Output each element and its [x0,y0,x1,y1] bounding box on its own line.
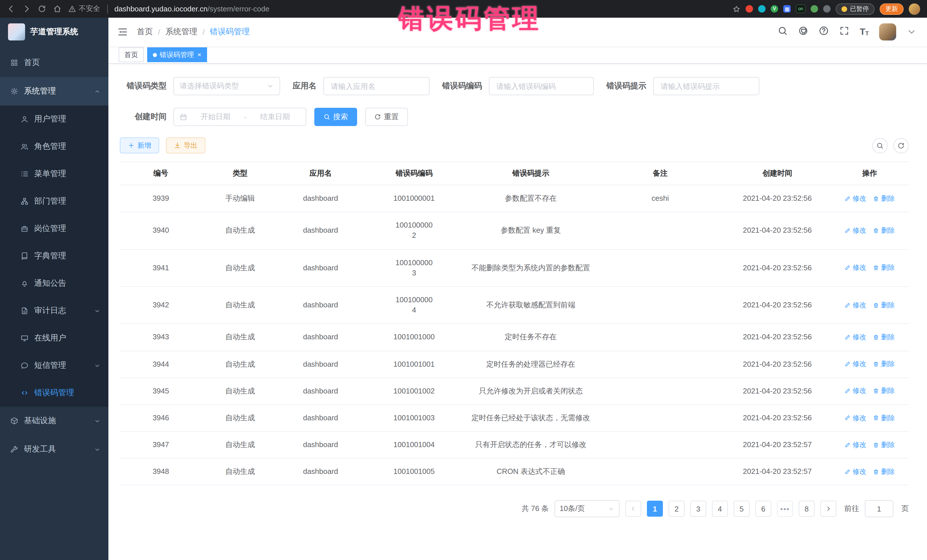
sidebar-item-error-code[interactable]: 错误码管理 [0,379,108,407]
close-icon[interactable]: × [198,51,201,58]
fullscreen-icon[interactable] [839,26,849,38]
edit-link[interactable]: 修改 [845,467,866,477]
delete-link[interactable]: 删除 [873,332,895,342]
address-bar[interactable]: dashboard.yudao.iocoder.cn/system/error-… [114,5,269,13]
browser-home-icon[interactable] [53,5,62,13]
start-date-placeholder[interactable]: 开始日期 [190,112,241,122]
delete-link[interactable]: 删除 [873,413,895,423]
toggle-search-button[interactable] [872,138,887,153]
tag-home[interactable]: 首页 [119,47,144,62]
delete-link[interactable]: 删除 [873,194,895,203]
browser-forward-icon[interactable] [22,5,31,13]
delete-link[interactable]: 删除 [873,386,895,396]
tag-label: 首页 [125,50,138,59]
sidebar-item-dict-book[interactable]: 字典管理 [0,242,108,270]
error-hint-input[interactable] [653,77,759,95]
edit-link[interactable]: 修改 [845,332,866,342]
browser-reload-icon[interactable] [38,5,46,13]
edit-link[interactable]: 修改 [845,194,866,203]
page-button-5[interactable]: 5 [734,501,749,517]
avatar-caret-down-icon[interactable] [906,27,917,37]
font-size-icon[interactable]: TT [860,27,869,36]
sidebar-item-infra-box[interactable]: 基础设施 [0,407,108,435]
security-indicator[interactable]: 不安全 [68,4,100,14]
ext-leaf-icon[interactable] [811,5,818,12]
sidebar-item-sms-chat[interactable]: 短信管理 [0,352,108,379]
sidebar-item-users[interactable]: 角色管理 [0,133,108,160]
github-icon[interactable] [798,26,808,38]
tag-error-code[interactable]: 错误码管理× [147,47,207,62]
col-created: 创建时间 [724,162,831,185]
refresh-table-button[interactable] [894,138,909,153]
update-button[interactable]: 更新 [880,3,904,15]
prev-page-button[interactable] [625,501,641,517]
sidebar-item-post-badge[interactable]: 岗位管理 [0,215,108,242]
edit-link[interactable]: 修改 [845,359,866,369]
sidebar-item-dashboard[interactable]: 首页 [0,49,108,77]
edit-link[interactable]: 修改 [845,413,866,423]
page-button-4[interactable]: 4 [712,501,728,517]
paused-button[interactable]: 已暂停 [836,3,874,15]
header-search-icon[interactable] [778,26,788,38]
delete-link[interactable]: 删除 [873,263,895,273]
ext-drop-icon[interactable] [758,5,766,12]
sidebar-item-gear[interactable]: 系统管理 [0,77,108,106]
cell-hint: 定时任务已经处于该状态，无需修改 [465,405,596,431]
page-button-2[interactable]: 2 [669,501,685,517]
page-size-select[interactable]: 10条/页 [555,501,620,518]
edit-link[interactable]: 修改 [845,226,866,235]
ext-pin-icon[interactable] [823,5,831,12]
user-avatar[interactable] [879,23,896,41]
error-code-input[interactable] [489,77,594,95]
search-button[interactable]: 搜索 [314,108,357,126]
browser-back-icon[interactable] [7,5,15,13]
edit-link[interactable]: 修改 [845,263,866,273]
breadcrumb-home[interactable]: 首页 [137,27,153,37]
col-remark: 备注 [596,162,724,185]
edit-link[interactable]: 修改 [845,440,866,450]
page-more-button[interactable]: ••• [777,501,793,517]
app-name-input[interactable] [324,77,430,95]
sidebar-item-log-doc[interactable]: 审计日志 [0,297,108,325]
sidebar-fold-icon[interactable] [108,27,137,37]
sidebar-item-notice-bell[interactable]: 通知公告 [0,270,108,297]
edit-link[interactable]: 修改 [845,386,866,396]
page-button-1[interactable]: 1 [647,501,663,517]
ext-record-icon[interactable] [746,5,753,12]
bookmark-star-icon[interactable] [732,5,740,13]
delete-link[interactable]: 删除 [873,440,895,450]
ext-grid-icon[interactable]: ▦ [783,5,791,12]
browser-profile-avatar[interactable] [909,3,920,15]
page-button-8[interactable]: 8 [799,501,815,517]
chevron-right-icon [825,505,832,512]
delete-link[interactable]: 删除 [873,226,895,235]
cell-type: 手动编辑 [202,185,278,212]
delete-link[interactable]: 删除 [873,359,895,369]
next-page-button[interactable] [820,501,836,517]
cell-actions: 修改 删除 [831,325,909,350]
page-button-3[interactable]: 3 [690,501,706,517]
ext-on-badge[interactable]: on [796,5,805,13]
goto-page-input[interactable] [865,501,894,518]
warning-icon [68,5,76,12]
delete-link[interactable]: 删除 [873,467,895,477]
sidebar-item-online-monitor[interactable]: 在线用户 [0,325,108,352]
sidebar-item-user[interactable]: 用户管理 [0,106,108,133]
delete-link[interactable]: 删除 [873,300,895,310]
date-range-picker[interactable]: 开始日期 - 结束日期 [173,108,306,126]
breadcrumb-system[interactable]: 系统管理 [166,27,198,37]
add-button[interactable]: 新增 [120,137,159,153]
docs-question-icon[interactable] [819,26,829,38]
export-button[interactable]: 导出 [166,137,205,153]
sidebar-logo-row[interactable]: 芋道管理系统 [0,18,108,46]
edit-link[interactable]: 修改 [845,300,866,310]
reset-button[interactable]: 重置 [365,108,408,126]
sidebar-item-dept-tree[interactable]: 部门管理 [0,188,108,215]
error-type-select[interactable]: 请选择错误码类型 [173,77,280,95]
page-button-6[interactable]: 6 [755,501,771,517]
sidebar-item-dev-tools[interactable]: 研发工具 [0,435,108,464]
sidebar-item-menu-list[interactable]: 菜单管理 [0,160,108,188]
cell-hint: 不允许获取敏感配置到前端 [465,292,596,318]
end-date-placeholder[interactable]: 结束日期 [250,112,300,122]
ext-v-icon[interactable]: V [771,5,778,12]
